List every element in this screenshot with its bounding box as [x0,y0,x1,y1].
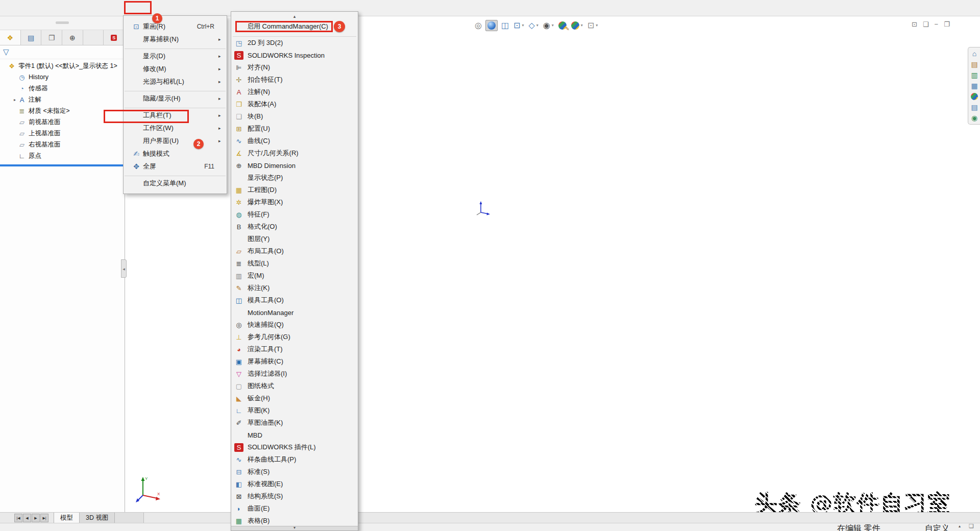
toolbar-menu-item[interactable]: ✢ 扣合特征(T) [231,74,358,86]
view-menu-item[interactable]: 光源与相机(L) ▸ [124,75,227,88]
pane-control-icon[interactable]: ❑ [923,20,929,28]
task-pane-tab[interactable]: ⌂ [972,50,976,57]
expander-icon[interactable]: ▸ [12,98,17,102]
toolbar-menu-item[interactable]: ✎ 标注(K) [231,282,358,294]
toolbar-menu-item[interactable]: ◣ 钣金(H) [231,392,358,404]
dropdown-arrow-icon[interactable]: ▾ [522,23,524,28]
scroll-up-icon[interactable]: ▴ [231,12,358,20]
toolbar-menu-item[interactable]: ❒ 装配体(A) [231,98,358,110]
tree-item[interactable]: ❖ 零件1 (默认) <<默认>_显示状态 1> [0,60,125,71]
toolbar-menu-item[interactable]: ⊠ 结构系统(S) [231,490,358,502]
view-menu-item[interactable]: 隐藏/显示(H) ▸ [124,92,227,105]
toolbar-menu-item[interactable]: B 格式化(O) [231,221,358,233]
toolbar-menu-item[interactable]: ⊕ MBD Dimension [231,159,358,172]
toolbar-menu-item[interactable]: ⊫ 对齐(N) [231,61,358,74]
view-menu-item[interactable] [124,173,227,177]
toolbar-menu-item[interactable]: MBD [231,429,358,441]
toolbar-menu-item[interactable]: ▥ 宏(M) [231,270,358,282]
tab-nav-button[interactable]: |◀ [14,514,22,522]
toolbar-menu-item[interactable]: ◗ 曲面(E) [231,502,358,515]
manager-tab[interactable]: ⊕ [62,30,83,45]
toolbar-menu-item[interactable]: S SOLIDWORKS 插件(L) [231,441,358,453]
view-menu-item[interactable] [124,105,227,109]
pane-control-icon[interactable]: ⊡ [912,20,917,28]
tab-nav-button[interactable]: ◀ [23,514,31,522]
dropdown-arrow-icon[interactable]: ▾ [596,23,598,28]
dropdown-arrow-icon[interactable]: ▾ [552,23,554,28]
manager-tab[interactable]: S [104,30,125,45]
headsup-button[interactable]: ◇ ▾ [528,21,540,30]
view-menu-item[interactable]: 用户界面(U) ▸ [124,134,227,147]
task-pane-tab[interactable] [971,93,978,100]
task-pane-tab[interactable]: ▦ [971,82,977,89]
panel-grip[interactable] [0,16,125,30]
toolbar-menu-item[interactable]: ⊟ 标准(S) [231,466,358,478]
tree-item[interactable]: ▸ A 注解 [0,94,125,105]
toolbar-menu-item[interactable]: ⊥ 参考几何体(G) [231,331,358,343]
tab-nav-button[interactable]: ▶ [32,514,40,522]
toolbar-menu-item[interactable]: ▢ 图纸格式 [231,380,358,392]
manager-tab[interactable]: ❖ [0,30,21,45]
view-menu-item[interactable]: ✥ 全屏 F11 [124,160,227,173]
toolbar-menu-item[interactable]: ◍ 特征(F) [231,208,358,221]
headsup-button[interactable]: ◫ ▾ [500,21,510,30]
manager-tab[interactable] [83,30,104,45]
view-menu-item[interactable]: 自定义菜单(M) [124,177,227,189]
toolbar-menu-item[interactable]: A 注解(N) [231,86,358,98]
manager-tab[interactable]: ❐ [41,30,62,45]
toolbar-menu-item[interactable]: ◎ 快速捕捉(Q) [231,319,358,331]
dropdown-arrow-icon[interactable]: ▾ [581,23,583,28]
pane-control-icon[interactable]: ❐ [944,20,950,28]
headsup-button[interactable]: ◎ ▾ [474,21,483,30]
toolbar-menu-item[interactable]: ❑ 块(B) [231,110,358,123]
task-pane-tab[interactable]: ◉ [971,114,977,122]
pane-control-icon[interactable]: − [935,20,939,28]
dropdown-arrow-icon[interactable]: ▾ [536,23,538,28]
tree-item[interactable]: ◔ 传感器 [0,83,125,94]
toolbar-menu-item[interactable]: MotionManager [231,306,358,319]
toolbar-menu-item[interactable]: 显示状态(P) [231,172,358,184]
status-tag-icon[interactable]: ❏ [969,523,974,529]
view-menu-item[interactable] [124,88,227,92]
toolbar-menu-item[interactable]: ≣ 线型(L) [231,257,358,270]
toolbar-menu-item[interactable]: ▣ 屏幕捕获(C) [231,355,358,368]
tree-item[interactable]: ▱ 右视基准面 [0,139,125,150]
tree-filter[interactable]: ▽ [0,45,125,59]
status-dropdown-icon[interactable]: ▴ [959,524,961,528]
view-menu-item[interactable] [124,45,227,50]
task-pane-tab[interactable]: ▤ [971,61,977,68]
tab-nav-button[interactable]: ▶| [40,514,48,522]
manager-tab[interactable]: ▤ [21,30,42,45]
toolbar-menu-item[interactable]: ◧ 标准视图(E) [231,478,358,490]
toolbar-menu-item[interactable]: S SOLIDWORKS Inspection [231,49,358,61]
view-menu-item[interactable]: 修改(M) ▸ [124,62,227,75]
toolbar-menu-item[interactable]: ✲ 爆炸草图(X) [231,196,358,208]
scroll-down-icon[interactable]: ▾ [231,526,358,530]
toolbar-menu-item[interactable]: ∿ 曲线(C) [231,135,358,147]
toolbar-menu-item[interactable]: ∡ 尺寸/几何关系(R) [231,147,358,159]
toolbar-menu-item[interactable]: ∟ 草图(K) [231,404,358,417]
status-customize[interactable]: 自定义 [925,523,949,531]
view-menu-item[interactable]: 显示(D) ▸ [124,50,227,62]
task-pane-tab[interactable]: ▤ [971,104,977,111]
view-menu-item[interactable]: ⊡ 重画(R) Ctrl+R [124,20,227,33]
tree-item[interactable]: ▱ 上视基准面 [0,128,125,139]
view-menu-item[interactable]: 屏幕捕获(N) ▸ [124,33,227,45]
headsup-button[interactable]: ⊡ ▾ [586,21,599,30]
view-menu-item[interactable]: ✍ 触摸模式 [124,147,227,160]
toolbar-menu-item[interactable]: ⊞ 配置(U) [231,123,358,135]
headsup-button[interactable]: ⊡ ▾ [512,21,525,30]
toolbar-menu-item[interactable]: ◫ 模具工具(O) [231,294,358,306]
toolbar-menu-item[interactable]: ▦ 工程图(D) [231,184,358,196]
tree-item[interactable]: ∟ 原点 [0,150,125,161]
toolbar-menu-item[interactable]: ✐ 草图油墨(K) [231,417,358,429]
view-menu-item[interactable]: 工作区(W) ▸ [124,122,227,134]
tree-item[interactable]: ◷ History [0,71,125,83]
toolbar-menu-item[interactable]: ▱ 布局工具(O) [231,245,358,257]
document-tab[interactable]: 模型 [54,513,80,523]
toolbar-menu-item[interactable]: 图层(Y) [231,233,358,245]
headsup-button[interactable]: ▾ [485,20,498,31]
toolbar-menu-item[interactable]: ∿ 样条曲线工具(P) [231,453,358,466]
toolbar-menu-item[interactable]: ◳ 2D 到 3D(2) [231,37,358,49]
toolbar-menu-item[interactable]: ▽ 选择过滤器(I) [231,368,358,380]
